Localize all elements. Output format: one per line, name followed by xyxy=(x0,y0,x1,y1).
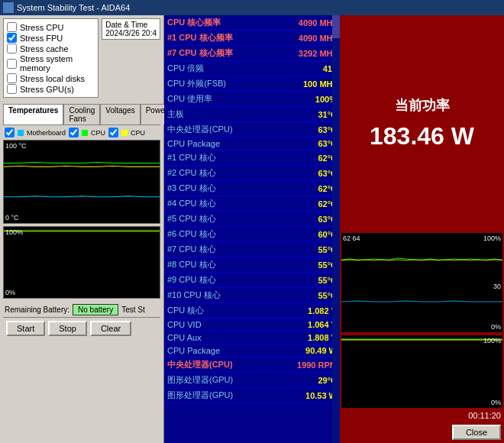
metric-value: 60°C xyxy=(270,227,340,242)
table-row: #2 CPU 核心63°C xyxy=(164,166,340,181)
table-row: CPU Package90.49 W xyxy=(164,344,340,357)
left-panel: Stress CPU Stress FPU Stress cache Stres… xyxy=(0,15,164,443)
stress-item-cpu: Stress CPU xyxy=(7,22,95,32)
cb-motherboard[interactable] xyxy=(5,128,15,137)
metric-value: 55°C xyxy=(270,257,340,273)
metric-label: 主板 xyxy=(164,107,270,122)
app-icon xyxy=(3,2,14,13)
metric-value: 62°C xyxy=(270,181,340,196)
stress-disks-checkbox[interactable] xyxy=(7,73,17,83)
metric-label: #1 CPU 核心 xyxy=(164,150,270,166)
table-row: #8 CPU 核心55°C xyxy=(164,257,340,273)
cb-cpu1-label: CPU xyxy=(91,129,105,137)
chart2-bottom-label: 0% xyxy=(5,289,15,296)
data-panel: CPU 核心频率4090 MHz#1 CPU 核心频率4090 MHz#7 CP… xyxy=(164,15,340,443)
metric-label: CPU Package xyxy=(164,344,270,357)
metric-value: 55°C xyxy=(270,273,340,288)
cb-cpu1-color xyxy=(82,130,88,136)
metric-value: 55°C xyxy=(270,242,340,257)
metric-label: CPU 使用率 xyxy=(164,92,270,107)
chart-legend: Motherboard CPU CPU xyxy=(3,127,160,138)
start-button[interactable]: Start xyxy=(6,321,45,336)
metric-label: CPU Aux xyxy=(164,331,270,344)
right-chart-br-label: 0% xyxy=(491,323,501,331)
metric-label: #8 CPU 核心 xyxy=(164,257,270,273)
stress-fpu-checkbox[interactable] xyxy=(7,33,17,43)
stress-disks-label: Stress local disks xyxy=(20,74,85,83)
app-title: System Stability Test - AIDA64 xyxy=(17,3,130,12)
stress-list: Stress CPU Stress FPU Stress cache Stres… xyxy=(7,22,95,94)
metric-value: 63°C xyxy=(270,166,340,181)
cb-cpu2-color xyxy=(121,130,128,136)
metric-value: 100 MHz xyxy=(270,76,340,92)
metric-value: 63°C xyxy=(270,212,340,227)
metric-value: 4090 MHz xyxy=(270,15,340,31)
table-row: #5 CPU 核心63°C xyxy=(164,212,340,227)
battery-status: No battery xyxy=(73,304,118,315)
temp-chart: 100 °C 0 °C xyxy=(3,140,160,224)
datetime-value: 2024/3/26 20:4 xyxy=(105,29,157,37)
metric-value: 90.49 W xyxy=(270,344,340,357)
stress-options: Stress CPU Stress FPU Stress cache Stres… xyxy=(3,18,99,98)
table-row: CPU 核心1.082 V xyxy=(164,303,340,319)
scrollbar[interactable] xyxy=(332,15,340,443)
table-row: #10 CPU 核心55°C xyxy=(164,288,340,303)
right-panel: 当前功率 183.46 W 100% 62 64 30 0% 100% xyxy=(340,15,504,443)
metric-label: 图形处理器(GPU) xyxy=(164,388,270,403)
cb-cpu2[interactable] xyxy=(108,128,118,137)
cb-cpu1[interactable] xyxy=(69,128,79,137)
metric-label: 图形处理器(GPU) xyxy=(164,373,270,388)
stress-cpu-label: Stress CPU xyxy=(20,23,63,32)
stress-item-fpu: Stress FPU xyxy=(7,33,95,43)
right-chart-tl-label: 62 64 xyxy=(343,234,360,242)
right-chart-bottom: 100% 0% xyxy=(341,335,502,408)
metric-value: 3292 MHz xyxy=(270,46,340,61)
tab-temperatures[interactable]: Temperatures xyxy=(3,104,63,124)
metric-value: 62°C xyxy=(270,196,340,212)
scrollbar-thumb[interactable] xyxy=(332,15,340,38)
stress-item-gpu: Stress GPU(s) xyxy=(7,84,95,94)
metric-label: #1 CPU 核心频率 xyxy=(164,31,270,46)
cb-motherboard-color xyxy=(18,130,24,136)
usage-chart: 100% 0% xyxy=(3,226,160,299)
metric-label: CPU Package xyxy=(164,137,270,150)
metric-label: #3 CPU 核心 xyxy=(164,181,270,196)
stress-cpu-checkbox[interactable] xyxy=(7,22,17,32)
stress-gpu-checkbox[interactable] xyxy=(7,84,17,94)
table-row: #1 CPU 核心62°C xyxy=(164,150,340,166)
stress-cache-checkbox[interactable] xyxy=(7,44,17,53)
timer-display: 00:11:20 xyxy=(340,409,504,422)
stress-item-disks: Stress local disks xyxy=(7,73,95,83)
metric-value: 55°C xyxy=(270,288,340,303)
table-row: CPU 倍频41x xyxy=(164,61,340,76)
chart-tabs: Temperatures Cooling Fans Voltages Power… xyxy=(3,104,160,125)
table-row: #3 CPU 核心62°C xyxy=(164,181,340,196)
table-row: CPU 核心频率4090 MHz xyxy=(164,15,340,31)
cb-motherboard-label: Motherboard xyxy=(27,129,66,137)
metric-value: 1.082 V xyxy=(270,303,340,319)
stress-memory-label: Stress system memory xyxy=(20,54,95,73)
table-row: CPU VID1.064 V xyxy=(164,319,340,331)
table-row: CPU 使用率100% xyxy=(164,92,340,107)
stop-button[interactable]: Stop xyxy=(48,321,87,336)
status-row: Remaining Battery: No battery Test St xyxy=(3,302,160,317)
stress-gpu-label: Stress GPU(s) xyxy=(20,85,74,94)
close-button[interactable]: Close xyxy=(452,425,501,440)
table-row: 中央处理器(CPU)63°C xyxy=(164,122,340,137)
tab-voltages[interactable]: Voltages xyxy=(100,104,140,124)
power-display: 当前功率 183.46 W xyxy=(340,15,504,231)
metric-label: #7 CPU 核心 xyxy=(164,242,270,257)
metric-label: CPU VID xyxy=(164,319,270,331)
table-row: #9 CPU 核心55°C xyxy=(164,273,340,288)
metric-value: 41x xyxy=(270,61,340,76)
tab-cooling[interactable]: Cooling Fans xyxy=(63,104,100,124)
stress-item-memory: Stress system memory xyxy=(7,54,95,73)
metric-value: 4090 MHz xyxy=(270,31,340,46)
metric-label: CPU 外频(FSB) xyxy=(164,76,270,92)
stress-memory-checkbox[interactable] xyxy=(7,59,17,69)
metric-label: CPU 倍频 xyxy=(164,61,270,76)
metric-value: 1.808 V xyxy=(270,331,340,344)
metric-label: #10 CPU 核心 xyxy=(164,288,270,303)
clear-button[interactable]: Clear xyxy=(90,321,131,336)
test-status-label: Test St xyxy=(121,306,145,314)
